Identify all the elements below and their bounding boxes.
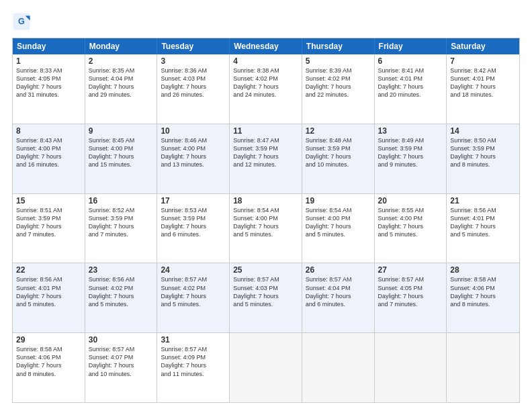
cell-line: and 5 minutes.: [233, 230, 298, 238]
cell-line: Sunrise: 8:58 AM: [450, 275, 516, 283]
logo-icon: G: [12, 12, 31, 31]
cell-line: Daylight: 7 hours: [450, 152, 516, 161]
cell-line: and 5 minutes.: [306, 230, 371, 238]
calendar-cell: 26Sunrise: 8:57 AMSunset: 4:04 PMDayligh…: [302, 263, 375, 332]
calendar-cell: 23Sunrise: 8:56 AMSunset: 4:02 PMDayligh…: [85, 263, 158, 332]
cell-line: Sunset: 4:00 PM: [161, 144, 226, 152]
cell-line: Daylight: 7 hours: [161, 292, 226, 300]
cell-line: Daylight: 7 hours: [16, 222, 81, 230]
cell-line: Daylight: 7 hours: [16, 83, 81, 91]
header-tuesday: Tuesday: [157, 38, 230, 54]
cell-line: Sunrise: 8:54 AM: [306, 206, 371, 214]
cell-line: and 26 minutes.: [161, 91, 226, 99]
calendar-cell: 16Sunrise: 8:52 AMSunset: 3:59 PMDayligh…: [85, 194, 158, 263]
cell-line: Sunset: 4:00 PM: [378, 214, 443, 222]
calendar-cell: [302, 333, 375, 402]
calendar-cell: 9Sunrise: 8:45 AMSunset: 4:00 PMDaylight…: [85, 124, 158, 193]
calendar-cell: 4Sunrise: 8:38 AMSunset: 4:02 PMDaylight…: [230, 54, 302, 124]
calendar-cell: 11Sunrise: 8:47 AMSunset: 3:59 PMDayligh…: [230, 124, 302, 193]
calendar-cell: 6Sunrise: 8:41 AMSunset: 4:01 PMDaylight…: [375, 54, 447, 124]
day-number: 8: [16, 126, 81, 136]
calendar-cell: 19Sunrise: 8:54 AMSunset: 4:00 PMDayligh…: [302, 194, 375, 263]
calendar-cell: 17Sunrise: 8:53 AMSunset: 3:59 PMDayligh…: [157, 194, 230, 263]
svg-text:G: G: [18, 17, 25, 26]
cell-line: Sunset: 3:59 PM: [161, 214, 226, 222]
cell-line: Sunrise: 8:50 AM: [450, 136, 516, 144]
day-number: 25: [233, 265, 298, 275]
cell-line: Daylight: 7 hours: [306, 152, 371, 161]
calendar-cell: 3Sunrise: 8:36 AMSunset: 4:03 PMDaylight…: [157, 54, 230, 124]
cell-line: Sunrise: 8:46 AM: [161, 136, 226, 144]
calendar-cell: 14Sunrise: 8:50 AMSunset: 3:59 PMDayligh…: [447, 124, 519, 193]
calendar-cell: 15Sunrise: 8:51 AMSunset: 3:59 PMDayligh…: [13, 194, 85, 263]
cell-line: and 5 minutes.: [89, 300, 154, 308]
calendar-cell: 29Sunrise: 8:58 AMSunset: 4:06 PMDayligh…: [13, 333, 85, 402]
cell-line: and 7 minutes.: [16, 230, 81, 238]
cell-line: Daylight: 7 hours: [450, 83, 516, 91]
cell-line: and 11 minutes.: [161, 370, 226, 378]
cell-line: Daylight: 7 hours: [233, 152, 298, 161]
cell-line: Sunset: 3:59 PM: [306, 144, 371, 152]
cell-line: Sunrise: 8:36 AM: [161, 66, 226, 75]
calendar-cell: 5Sunrise: 8:39 AMSunset: 4:02 PMDaylight…: [302, 54, 375, 124]
page: G Sunday Monday Tuesday Wednesday Thursd…: [0, 0, 532, 411]
day-number: 26: [306, 265, 371, 275]
calendar-cell: 20Sunrise: 8:55 AMSunset: 4:00 PMDayligh…: [375, 194, 447, 263]
day-number: 4: [233, 56, 298, 66]
cell-line: Sunrise: 8:51 AM: [16, 206, 81, 214]
cell-line: Daylight: 7 hours: [378, 83, 443, 91]
calendar-cell: 2Sunrise: 8:35 AMSunset: 4:04 PMDaylight…: [85, 54, 158, 124]
cell-line: Sunrise: 8:56 AM: [89, 275, 154, 283]
day-number: 30: [89, 335, 154, 345]
calendar-cell: 27Sunrise: 8:57 AMSunset: 4:05 PMDayligh…: [375, 263, 447, 332]
day-number: 14: [450, 126, 516, 136]
day-number: 15: [16, 196, 81, 205]
day-number: 1: [16, 56, 81, 66]
cell-line: Sunrise: 8:57 AM: [161, 345, 226, 353]
cell-line: Sunset: 4:00 PM: [306, 214, 371, 222]
header-friday: Friday: [375, 38, 447, 54]
cell-line: Sunrise: 8:39 AM: [306, 66, 371, 75]
day-number: 11: [233, 126, 298, 136]
logo: G: [12, 12, 34, 31]
cell-line: and 7 minutes.: [89, 230, 154, 238]
cell-line: and 9 minutes.: [378, 161, 443, 169]
day-number: 28: [450, 265, 516, 275]
cell-line: Sunrise: 8:45 AM: [89, 136, 154, 144]
cell-line: Sunset: 3:59 PM: [233, 144, 298, 152]
cell-line: Sunrise: 8:43 AM: [16, 136, 81, 144]
cell-line: Daylight: 7 hours: [378, 222, 443, 230]
cell-line: and 5 minutes.: [233, 300, 298, 308]
calendar-row: 8Sunrise: 8:43 AMSunset: 4:00 PMDaylight…: [13, 124, 519, 194]
calendar-cell: [447, 333, 519, 402]
day-number: 31: [161, 335, 226, 345]
cell-line: Sunset: 4:00 PM: [233, 214, 298, 222]
cell-line: and 16 minutes.: [16, 161, 81, 169]
header-sunday: Sunday: [13, 38, 85, 54]
calendar-cell: 25Sunrise: 8:57 AMSunset: 4:03 PMDayligh…: [230, 263, 302, 332]
day-number: 7: [450, 56, 516, 66]
cell-line: and 13 minutes.: [161, 161, 226, 169]
day-number: 19: [306, 196, 371, 205]
cell-line: Daylight: 7 hours: [161, 222, 226, 230]
cell-line: Daylight: 7 hours: [16, 152, 81, 161]
cell-line: Sunrise: 8:58 AM: [16, 345, 81, 353]
cell-line: Sunset: 3:59 PM: [16, 214, 81, 222]
cell-line: and 8 minutes.: [450, 161, 516, 169]
cell-line: Sunrise: 8:53 AM: [161, 206, 226, 214]
cell-line: and 5 minutes.: [16, 300, 81, 308]
cell-line: Sunset: 4:03 PM: [161, 75, 226, 83]
cell-line: Sunrise: 8:42 AM: [450, 66, 516, 75]
cell-line: Daylight: 7 hours: [89, 292, 154, 300]
cell-line: Sunrise: 8:35 AM: [89, 66, 154, 75]
cell-line: Daylight: 7 hours: [16, 292, 81, 300]
cell-line: and 7 minutes.: [378, 300, 443, 308]
cell-line: Daylight: 7 hours: [233, 83, 298, 91]
cell-line: Sunrise: 8:57 AM: [233, 275, 298, 283]
cell-line: and 6 minutes.: [306, 300, 371, 308]
calendar-body: 1Sunrise: 8:33 AMSunset: 4:05 PMDaylight…: [13, 54, 519, 402]
calendar: Sunday Monday Tuesday Wednesday Thursday…: [12, 38, 520, 403]
header-saturday: Saturday: [447, 38, 519, 54]
cell-line: Daylight: 7 hours: [450, 222, 516, 230]
calendar-cell: 21Sunrise: 8:56 AMSunset: 4:01 PMDayligh…: [447, 194, 519, 263]
